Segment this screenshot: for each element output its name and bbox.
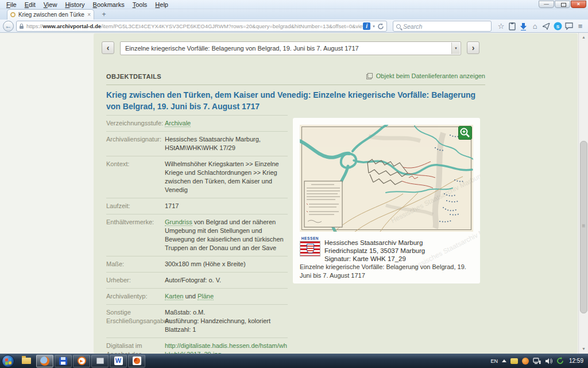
detail-link[interactable]: Archivale [165,120,191,127]
window-icon [96,358,104,364]
start-button[interactable] [2,355,14,367]
detail-link[interactable]: Grundriss [165,218,192,226]
reading-list-icon[interactable] [508,21,517,31]
detail-label: Urheber: [106,276,165,285]
detail-label: Digitalisat im Angebot des Archivs: [106,342,165,354]
taskbar-word-button[interactable]: W [110,355,127,367]
detail-value: Karten und Pläne [165,292,288,301]
content-panel: ‹ Einzelne kriegerische Vorfälle: Belage… [94,33,578,354]
chat-bubble-icon[interactable] [564,21,574,31]
table-row: Verzeichnungsstufe: Archivale [106,116,288,132]
url-bar[interactable]: https://www.archivportal-d.de/item/PG5L3… [16,21,387,32]
floppy-icon [59,357,67,365]
tab-bar: Krieg zwischen den Türken... × + [0,9,588,20]
detail-label: Verzeichnungsstufe: [106,119,165,128]
toolbar-icons: ☆ ⌂ S ≡ [496,20,585,32]
next-result-button[interactable]: › [467,41,479,54]
detail-text: Autor/Fotograf: o. V. [165,277,221,283]
map-image[interactable]: Hessisches Staatsarchiv Marburg [300,125,473,232]
detail-label: Archivaliensignatur: [106,135,165,152]
external-window-icon [366,73,373,79]
download-arrow-icon[interactable] [519,21,528,31]
skype-icon[interactable]: S [553,21,563,31]
sync-icon[interactable] [556,357,564,365]
menu-help[interactable]: Help [151,1,172,8]
menu-view[interactable]: View [40,1,61,8]
scroll-down-icon[interactable]: ▼ [579,344,588,354]
detail-text: 1717 [165,202,179,209]
detail-link[interactable]: http://digitalisate.hadis.hessen.de/hsta… [165,342,287,354]
hidden-icons-arrow-icon[interactable] [502,359,506,362]
detail-value: http://digitalisate.hadis.hessen.de/hsta… [165,342,288,354]
table-row: Sonstige Erschließungsangaben: Maßstab: … [106,305,288,338]
new-tab-button[interactable]: + [98,10,110,19]
menu-file[interactable]: File [2,1,21,8]
table-row: Urheber: Autor/Fotograf: o. V. [106,273,288,289]
taskbar-firefox-button[interactable] [36,355,53,367]
chevron-down-icon[interactable]: ▼ [372,25,376,28]
taskbar-save-app-button[interactable] [55,355,72,367]
section-header: OBJEKTDETAILS Objekt beim Datenlieferant… [106,71,485,85]
hessen-logo: HESSEN [300,236,320,263]
institution-address: Hessisches Staatsarchiv Marburg Friedric… [324,236,425,263]
detail-value: Autor/Fotograf: o. V. [165,276,288,285]
image-caption: Einzelne kriegerische Vorfälle: Belageru… [300,263,472,280]
menu-tools[interactable]: Tools [129,1,152,8]
close-icon[interactable]: × [571,1,586,8]
zoom-button[interactable] [458,126,472,140]
tray-app2-icon[interactable] [522,358,529,365]
taskbar-explorer-button[interactable] [18,355,35,367]
firefox-icon [40,356,49,366]
detail-text: Maßstab: o.M. [165,309,205,316]
menu-icon[interactable]: ≡ [575,21,585,31]
taskbar-clock[interactable]: 12:59 [568,358,583,364]
result-navigation: ‹ Einzelne kriegerische Vorfälle: Belage… [102,41,570,55]
scrollbar-thumb[interactable] [580,141,587,313]
taskbar-media-app-button[interactable]: ▶ [73,355,90,367]
detail-label: Kontext: [106,160,165,194]
tray-app-icon[interactable] [510,358,518,364]
detail-label: Laufzeit: [106,202,165,210]
svg-text:S: S [556,24,559,29]
vertical-scrollbar[interactable]: ▲ ▼ [578,33,588,354]
restore-icon[interactable] [555,1,570,8]
speaker-icon[interactable] [545,358,552,365]
tab-close-icon[interactable]: × [87,12,91,18]
language-indicator[interactable]: EN [490,358,498,364]
menu-history[interactable]: History [61,1,88,8]
detail-value: Maßstab: o.M.Ausführung: Handzeichnung, … [165,308,288,334]
minimize-icon[interactable]: — [539,1,554,8]
page-info-icon[interactable]: i [363,22,370,30]
search-input[interactable]: Search [393,21,492,32]
word-icon: W [114,356,123,365]
menu-edit[interactable]: Edit [21,1,40,8]
result-select-value: Einzelne kriegerische Vorfälle: Belageru… [125,45,359,52]
powerpoint-icon [133,356,141,365]
back-button[interactable]: ← [3,21,14,32]
taskbar-powerpoint-button[interactable] [128,355,145,367]
previous-result-button[interactable]: ‹ [102,41,114,54]
detail-link[interactable]: Pläne [198,293,214,300]
detail-value: 300x180 mm (Höhe x Breite) [165,260,288,269]
detail-label: Enthältvermerke: [106,218,165,252]
detail-label: Maße: [106,260,165,269]
tab-favicon [10,12,16,17]
select-caret-icon[interactable]: ▼ [451,43,460,54]
detail-link[interactable]: Karten [165,293,183,300]
result-select[interactable]: Einzelne kriegerische Vorfälle: Belageru… [120,41,461,55]
network-icon[interactable] [533,358,541,365]
scroll-up-icon[interactable]: ▲ [579,33,588,42]
magnifier-plus-icon [459,126,471,139]
bookmark-star-icon[interactable]: ☆ [496,21,506,31]
share-icon[interactable] [541,21,551,31]
table-row: Laufzeit: 1717 [106,198,288,214]
page-title: Krieg zwischen den Türken, dem Kaiser un… [106,89,491,112]
detail-value: 1717 [165,202,288,210]
tab-active[interactable]: Krieg zwischen den Türken... × [7,9,94,20]
provider-link[interactable]: Objekt beim Datenlieferanten anzeigen [366,72,485,79]
taskbar-utility-button[interactable] [91,355,109,367]
home-icon[interactable]: ⌂ [530,21,540,31]
detail-text: 300x180 mm (Höhe x Breite) [165,260,246,267]
reload-icon[interactable] [377,23,384,30]
menu-bookmarks[interactable]: Bookmarks [89,1,129,8]
